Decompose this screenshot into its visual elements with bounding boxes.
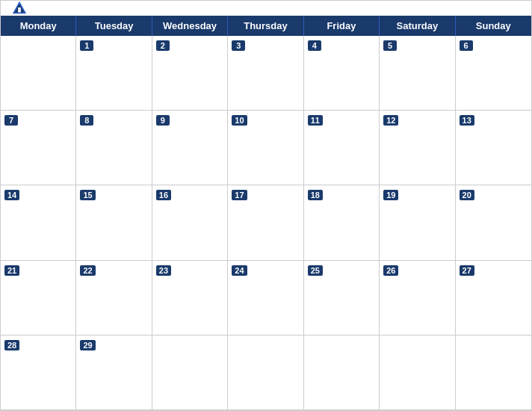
logo [11, 0, 29, 16]
day-cell [380, 336, 455, 410]
day-cell: 28 [1, 336, 76, 410]
day-cell: 6 [456, 36, 531, 111]
day-number: 8 [80, 115, 93, 126]
day-cell: 11 [304, 111, 380, 185]
day-cell [228, 336, 303, 410]
calendar-header [1, 1, 531, 16]
day-number: 22 [80, 265, 95, 276]
day-number: 10 [232, 115, 247, 126]
day-number: 19 [383, 190, 398, 200]
day-number: 12 [383, 115, 398, 126]
day-cell: 16 [152, 185, 228, 260]
day-cell: 2 [152, 36, 228, 111]
day-cell: 20 [456, 185, 531, 260]
day-cell: 26 [380, 261, 455, 336]
day-number: 17 [232, 190, 247, 200]
day-number: 7 [4, 115, 18, 126]
day-cell [1, 36, 76, 111]
calendar-grid: 1234567891011121314151617181920212223242… [1, 36, 531, 410]
day-number: 25 [308, 265, 323, 276]
day-header-monday: Monday [1, 16, 76, 36]
logo-icon [11, 0, 28, 16]
calendar: MondayTuesdayWednesdayThursdayFridaySatu… [0, 0, 532, 411]
day-number: 1 [80, 40, 93, 51]
day-cell: 1 [76, 36, 152, 111]
day-cell: 3 [228, 36, 303, 111]
day-header-wednesday: Wednesday [152, 16, 228, 36]
day-number: 13 [460, 115, 474, 126]
day-cell [304, 336, 380, 410]
day-number: 23 [156, 265, 171, 276]
day-cell: 24 [228, 261, 303, 336]
day-cell: 7 [1, 111, 76, 185]
day-number: 14 [4, 190, 19, 200]
day-number: 29 [80, 340, 95, 350]
day-number: 16 [156, 190, 171, 200]
day-cell [456, 336, 531, 410]
day-header-tuesday: Tuesday [76, 16, 152, 36]
day-number: 27 [460, 265, 474, 276]
day-header-sunday: Sunday [456, 16, 531, 36]
day-number: 26 [383, 265, 398, 276]
day-cell: 12 [380, 111, 455, 185]
day-cell: 5 [380, 36, 455, 111]
day-cell: 23 [152, 261, 228, 336]
day-number: 20 [460, 190, 474, 200]
day-cell: 21 [1, 261, 76, 336]
day-cell: 10 [228, 111, 303, 185]
day-cell: 17 [228, 185, 303, 260]
day-cell: 13 [456, 111, 531, 185]
day-number: 4 [308, 40, 321, 51]
day-number: 11 [308, 115, 323, 126]
day-number: 2 [156, 40, 170, 51]
day-number: 6 [460, 40, 473, 51]
day-number: 21 [4, 265, 19, 276]
day-header-friday: Friday [304, 16, 380, 36]
day-cell: 22 [76, 261, 152, 336]
day-number: 18 [308, 190, 323, 200]
day-cell: 25 [304, 261, 380, 336]
day-cell: 29 [76, 336, 152, 410]
day-cell: 15 [76, 185, 152, 260]
day-cell: 19 [380, 185, 455, 260]
day-cell [152, 336, 228, 410]
day-cell: 18 [304, 185, 380, 260]
day-cell: 14 [1, 185, 76, 260]
days-header: MondayTuesdayWednesdayThursdayFridaySatu… [1, 16, 531, 36]
svg-rect-2 [18, 7, 21, 12]
day-cell: 4 [304, 36, 380, 111]
day-header-thursday: Thursday [228, 16, 303, 36]
day-number: 24 [232, 265, 247, 276]
day-number: 5 [383, 40, 397, 51]
day-header-saturday: Saturday [380, 16, 455, 36]
day-number: 15 [80, 190, 95, 200]
day-cell: 9 [152, 111, 228, 185]
day-number: 3 [232, 40, 245, 51]
day-number: 9 [156, 115, 170, 126]
day-cell: 27 [456, 261, 531, 336]
day-number: 28 [4, 340, 19, 350]
day-cell: 8 [76, 111, 152, 185]
